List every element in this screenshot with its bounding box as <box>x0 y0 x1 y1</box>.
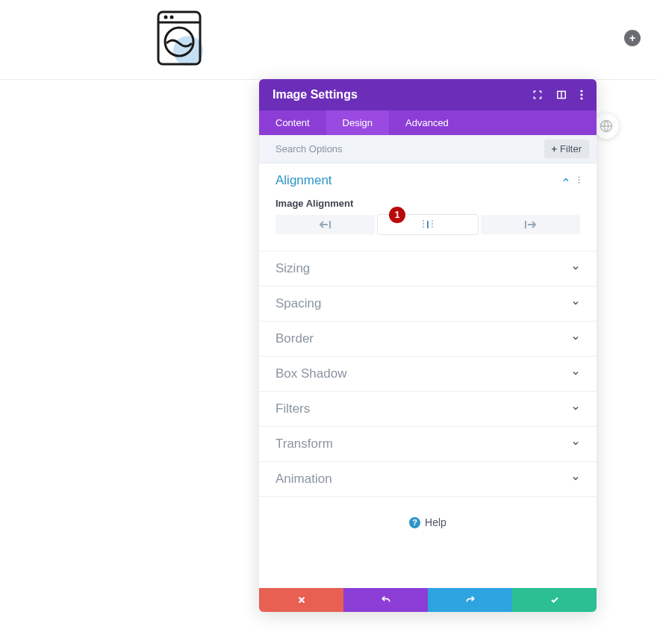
undo-button[interactable] <box>343 588 428 612</box>
kebab-icon[interactable] <box>578 174 580 187</box>
alignment-body: Image Alignment 1 <box>259 198 597 251</box>
help-label: Help <box>425 516 446 528</box>
kebab-icon[interactable] <box>580 90 583 100</box>
svg-point-4 <box>170 16 174 19</box>
undo-icon <box>381 595 391 605</box>
svg-point-3 <box>164 16 168 19</box>
section-spacing: Spacing <box>259 287 597 322</box>
chevron-down-icon <box>571 402 580 416</box>
align-right-icon <box>524 221 536 228</box>
section-alignment-header[interactable]: Alignment <box>259 163 597 198</box>
help-icon: ? <box>409 517 420 528</box>
step-badge-1: 1 <box>389 207 405 223</box>
cancel-button[interactable] <box>259 588 343 612</box>
redo-icon <box>465 595 476 605</box>
image-settings-modal: Image Settings Co <box>259 79 597 612</box>
section-border-header[interactable]: Border <box>259 322 597 356</box>
chevron-down-icon <box>571 472 580 486</box>
plus-icon: + <box>629 32 635 44</box>
svg-point-10 <box>580 93 582 96</box>
globe-button[interactable] <box>594 113 619 139</box>
section-animation-header[interactable]: Animation <box>259 462 597 496</box>
section-filters: Filters <box>259 392 597 427</box>
chevron-down-icon <box>571 297 580 310</box>
section-transform-header[interactable]: Transform <box>259 427 597 461</box>
section-title: Spacing <box>275 296 571 311</box>
plus-icon: + <box>552 143 558 154</box>
section-sizing: Sizing <box>259 251 597 287</box>
align-left-icon <box>320 221 331 228</box>
svg-point-0 <box>173 36 203 66</box>
chevron-down-icon <box>571 332 580 346</box>
section-title: Transform <box>275 437 571 451</box>
tab-design[interactable]: Design <box>326 110 389 135</box>
spacer <box>259 551 597 588</box>
modal-header: Image Settings <box>259 79 597 110</box>
washer-icon <box>155 10 205 70</box>
filter-label: Filter <box>560 143 582 154</box>
tabs: Content Design Advanced <box>259 110 597 135</box>
check-icon <box>549 595 560 604</box>
modal-title: Image Settings <box>273 88 532 101</box>
canvas-area <box>0 0 657 80</box>
section-title: Alignment <box>275 173 561 188</box>
columns-icon[interactable] <box>556 90 567 100</box>
section-box-shadow: Box Shadow <box>259 357 597 392</box>
chevron-down-icon <box>571 437 580 451</box>
section-spacing-header[interactable]: Spacing <box>259 287 597 321</box>
chevron-down-icon <box>571 367 580 381</box>
align-right-button[interactable] <box>481 215 580 234</box>
svg-point-14 <box>578 182 579 184</box>
redo-button[interactable] <box>428 588 512 612</box>
chevron-up-icon <box>561 174 570 187</box>
section-title: Animation <box>275 472 571 487</box>
svg-point-12 <box>578 176 579 178</box>
section-sizing-header[interactable]: Sizing <box>259 251 597 286</box>
align-left-button[interactable] <box>275 215 375 234</box>
svg-point-13 <box>578 179 579 181</box>
globe-icon <box>600 119 613 133</box>
modal-footer <box>259 588 597 612</box>
chevron-down-icon <box>571 262 580 275</box>
close-icon <box>297 595 306 604</box>
filter-button[interactable]: + Filter <box>544 140 589 158</box>
section-box-shadow-header[interactable]: Box Shadow <box>259 357 597 391</box>
alignment-buttons: 1 <box>275 215 580 234</box>
search-input[interactable] <box>275 143 544 154</box>
section-title: Filters <box>275 401 571 416</box>
svg-point-11 <box>580 97 582 99</box>
svg-point-9 <box>580 90 582 92</box>
align-center-icon <box>422 220 434 229</box>
section-title: Box Shadow <box>275 366 571 381</box>
search-row: + Filter <box>259 135 597 163</box>
tab-advanced[interactable]: Advanced <box>389 110 465 135</box>
section-animation: Animation <box>259 462 597 497</box>
section-alignment: Alignment Image Alignment 1 <box>259 163 597 251</box>
tab-content[interactable]: Content <box>259 110 326 135</box>
help-link[interactable]: ? Help <box>259 497 597 551</box>
section-transform: Transform <box>259 427 597 462</box>
save-button[interactable] <box>512 588 597 612</box>
section-title: Border <box>275 331 571 346</box>
section-filters-header[interactable]: Filters <box>259 392 597 426</box>
image-alignment-label: Image Alignment <box>275 198 580 209</box>
section-border: Border <box>259 322 597 357</box>
add-element-button[interactable]: + <box>624 30 641 46</box>
expand-corners-icon[interactable] <box>532 90 543 100</box>
svg-rect-19 <box>427 221 429 228</box>
section-title: Sizing <box>275 261 571 276</box>
